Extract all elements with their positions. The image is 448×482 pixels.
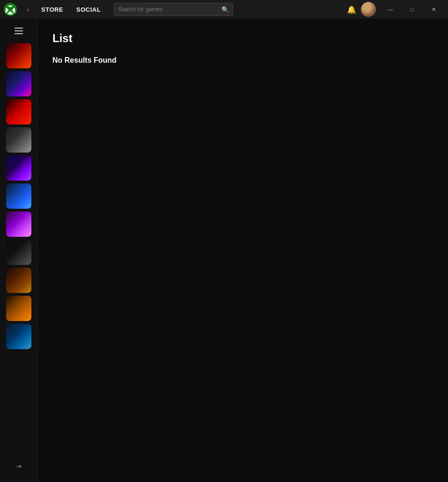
sidebar-game-1[interactable] — [6, 43, 31, 68]
title-bar: ‹ STORE SOCIAL 🔍 🔔 — □ ✕ — [0, 0, 448, 19]
page-title: List — [52, 32, 433, 45]
sidebar: ⇥ — [0, 19, 37, 482]
hamburger-icon — [15, 28, 23, 34]
sidebar-game-11[interactable] — [6, 324, 31, 349]
main-layout: ⇥ List No Results Found — [0, 19, 448, 482]
sidebar-game-2[interactable] — [6, 71, 31, 96]
nav-links: STORE SOCIAL — [36, 4, 106, 15]
title-bar-actions: 🔔 — [344, 2, 376, 17]
notification-button[interactable]: 🔔 — [344, 2, 359, 17]
sidebar-game-3[interactable] — [6, 99, 31, 124]
social-nav-link[interactable]: SOCIAL — [71, 4, 106, 15]
sidebar-game-4[interactable] — [6, 127, 31, 153]
collapse-sidebar-button[interactable]: ⇥ — [9, 458, 28, 475]
content-area: List No Results Found — [37, 19, 448, 482]
search-icon[interactable]: 🔍 — [221, 6, 229, 13]
sidebar-game-5[interactable] — [6, 155, 31, 181]
sidebar-game-9[interactable] — [6, 268, 31, 293]
back-button[interactable]: ‹ — [21, 2, 36, 17]
xbox-logo-icon — [4, 3, 17, 16]
no-results-message: No Results Found — [52, 56, 433, 65]
minimize-button[interactable]: — — [380, 2, 401, 17]
sidebar-game-7[interactable] — [6, 212, 31, 237]
avatar[interactable] — [361, 2, 376, 17]
search-input[interactable] — [118, 6, 219, 13]
sidebar-menu-button[interactable] — [9, 22, 28, 39]
sidebar-game-10[interactable] — [6, 296, 31, 321]
window-controls: — □ ✕ — [380, 2, 444, 17]
close-button[interactable]: ✕ — [423, 2, 444, 17]
sidebar-bottom: ⇥ — [9, 458, 28, 478]
maximize-button[interactable]: □ — [401, 2, 423, 17]
sidebar-game-6[interactable] — [6, 183, 31, 209]
search-bar[interactable]: 🔍 — [114, 3, 233, 16]
store-nav-link[interactable]: STORE — [36, 4, 69, 15]
sidebar-game-8[interactable] — [6, 240, 31, 265]
